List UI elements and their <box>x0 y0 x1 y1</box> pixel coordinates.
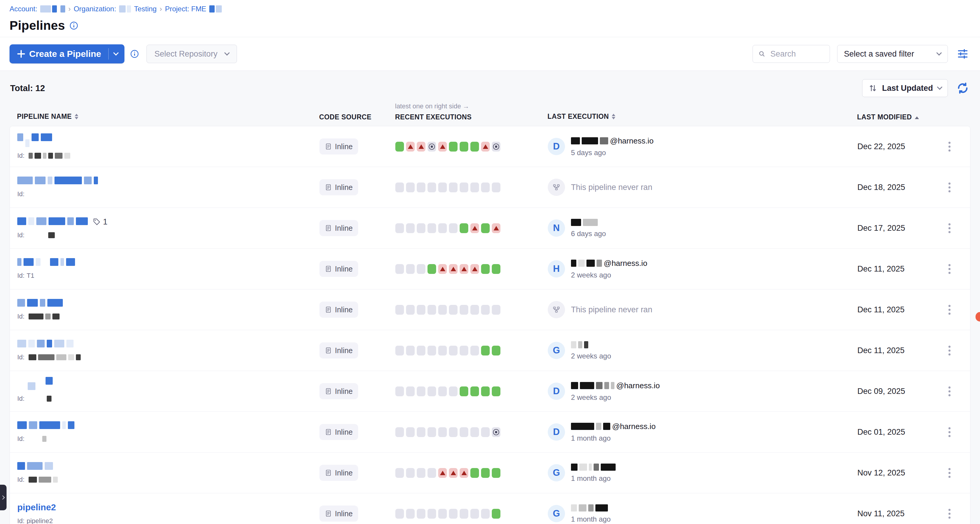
execution-success[interactable] <box>481 223 490 233</box>
last-execution-cell: G 2 weeks ago <box>548 341 858 360</box>
execution-failed[interactable] <box>449 264 458 274</box>
search-input[interactable] <box>770 49 824 59</box>
header-last-execution[interactable]: LAST EXECUTION <box>547 113 609 121</box>
execution-time-ago: 2 weeks ago <box>571 393 660 401</box>
execution-empty <box>428 223 436 233</box>
last-execution-user: H @harness.io 2 weeks ago <box>548 259 858 279</box>
pipeline-id-value: T1 <box>27 272 34 280</box>
execution-failed[interactable] <box>460 264 468 274</box>
pipeline-id-label: Id: <box>17 313 24 320</box>
header-last-modified[interactable]: LAST MODIFIED <box>857 113 912 121</box>
sort-toggle-icon[interactable] <box>75 112 78 121</box>
search-box[interactable] <box>752 45 830 63</box>
row-menu-button[interactable] <box>945 506 953 522</box>
row-menu-button[interactable] <box>945 180 953 195</box>
execution-empty <box>395 264 404 274</box>
execution-empty <box>428 387 436 396</box>
execution-success[interactable] <box>492 346 500 355</box>
execution-success[interactable] <box>460 387 468 396</box>
row-menu-button[interactable] <box>945 220 953 236</box>
code-source-badge: Inline <box>320 261 358 277</box>
info-icon[interactable] <box>130 49 139 59</box>
last-execution-cell: This pipeline never ran <box>548 178 858 196</box>
row-menu-button[interactable] <box>945 139 953 154</box>
refresh-icon <box>956 81 969 95</box>
filter-settings-button[interactable] <box>955 46 970 62</box>
redacted-block <box>43 153 46 159</box>
execution-failed[interactable] <box>470 264 479 274</box>
execution-empty <box>417 346 425 355</box>
row-menu-button[interactable] <box>945 302 953 318</box>
execution-aborted[interactable] <box>428 142 436 151</box>
execution-success[interactable] <box>428 264 436 274</box>
execution-success[interactable] <box>492 387 500 396</box>
execution-failed[interactable] <box>460 468 468 478</box>
execution-failed[interactable] <box>438 142 447 151</box>
execution-empty <box>438 305 447 315</box>
pipeline-name-link[interactable]: pipeline2 <box>17 502 56 512</box>
execution-success[interactable] <box>481 264 490 274</box>
execution-success[interactable] <box>470 468 479 478</box>
create-pipeline-button[interactable]: Create a Pipeline <box>10 45 124 64</box>
sort-toggle-icon[interactable] <box>612 112 615 121</box>
execution-failed[interactable] <box>449 468 458 478</box>
execution-success[interactable] <box>492 468 500 478</box>
execution-success[interactable] <box>481 387 490 396</box>
execution-empty <box>406 509 415 519</box>
executor-email: @harness.io <box>604 259 647 268</box>
sort-asc-icon[interactable] <box>915 114 919 119</box>
execution-failed[interactable] <box>492 223 500 233</box>
redacted-block <box>17 258 21 266</box>
execution-failed[interactable] <box>438 264 447 274</box>
saved-filter-dropdown[interactable]: Select a saved filter <box>837 45 948 63</box>
execution-failed[interactable] <box>438 468 447 478</box>
execution-failed[interactable] <box>470 223 479 233</box>
chevron-down-icon[interactable] <box>113 50 118 56</box>
execution-empty <box>395 468 404 478</box>
execution-success[interactable] <box>470 142 479 151</box>
execution-success[interactable] <box>492 509 500 519</box>
redacted-block <box>588 504 593 511</box>
last-execution-cell: D @harness.io 5 days ago <box>548 136 858 157</box>
redacted-block <box>45 314 51 320</box>
refresh-button[interactable] <box>956 81 970 95</box>
breadcrumb-account-link[interactable]: Account: <box>10 5 37 13</box>
row-menu-button[interactable] <box>945 465 953 481</box>
breadcrumb-organization-link[interactable]: Organization: <box>73 5 116 13</box>
execution-success[interactable] <box>460 223 468 233</box>
redacted-block <box>611 382 614 389</box>
pipeline-name-cell: 1 Id: <box>10 217 320 239</box>
execution-aborted[interactable] <box>492 142 500 151</box>
execution-empty <box>470 183 479 192</box>
execution-empty <box>449 387 458 396</box>
sort-dropdown[interactable]: Last Updated <box>862 79 948 97</box>
info-icon[interactable] <box>69 21 79 30</box>
last-modified-date: Dec 22, 2025 <box>858 142 905 151</box>
row-menu-button[interactable] <box>945 424 953 440</box>
breadcrumb-org-name[interactable]: Testing <box>134 5 157 13</box>
pipeline-name-cell: Id: <box>10 421 320 443</box>
execution-success[interactable] <box>460 142 468 151</box>
execution-success[interactable] <box>395 142 404 151</box>
execution-success[interactable] <box>492 264 500 274</box>
execution-success[interactable] <box>481 468 490 478</box>
execution-success[interactable] <box>470 387 479 396</box>
breadcrumb-separator: › <box>68 5 70 13</box>
row-menu-button[interactable] <box>945 343 953 358</box>
redacted-block <box>571 423 594 430</box>
execution-success[interactable] <box>481 346 490 355</box>
execution-aborted[interactable] <box>492 427 500 437</box>
execution-failed[interactable] <box>481 142 490 151</box>
row-menu-button[interactable] <box>945 261 953 277</box>
row-menu-button[interactable] <box>945 384 953 399</box>
tag-icon <box>93 218 100 226</box>
redacted-block <box>47 340 52 347</box>
header-pipeline-name[interactable]: PIPELINE NAME <box>17 113 72 121</box>
redacted-block <box>45 462 53 470</box>
execution-success[interactable] <box>449 142 458 151</box>
select-repository-dropdown[interactable]: Select Repository <box>146 45 237 63</box>
panel-expander-tab[interactable] <box>0 485 6 510</box>
breadcrumb-project-link[interactable]: Project: FME <box>165 5 206 13</box>
execution-failed[interactable] <box>406 142 415 151</box>
execution-failed[interactable] <box>417 142 425 151</box>
